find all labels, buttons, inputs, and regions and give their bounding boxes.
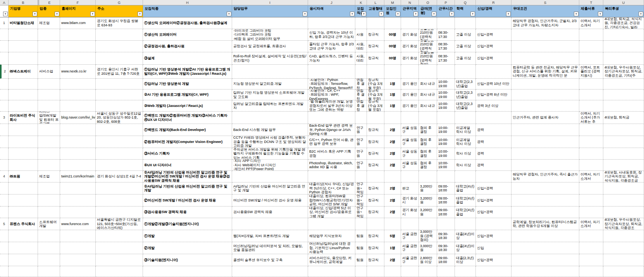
cell-G-row18[interactable]: 서울특별시 금천구 디지털로 121, 503호~504호(가산동, 에이스가산… xyxy=(96,218,143,230)
cell-Q-row8[interactable]: 대학교(2,3년)졸업 xyxy=(455,100,476,112)
cell-P-row11[interactable]: 10:00-19:00 xyxy=(437,136,455,148)
cell-B-row2[interactable] xyxy=(9,29,38,41)
cell-P-row10[interactable]: 10:00-19:00 xyxy=(437,124,455,136)
cell-A-row8[interactable] xyxy=(0,100,9,112)
cell-M-row3[interactable]: 00명 xyxy=(384,41,401,52)
cell-F-row8[interactable] xyxy=(60,100,96,112)
cell-I-row1[interactable] xyxy=(232,17,308,29)
cell-A-row18[interactable]: 5 xyxy=(0,218,9,230)
cell-N-row15[interactable]: 판교 xyxy=(401,182,419,194)
cell-P-row4[interactable]: 08:30-17:30 xyxy=(437,52,455,65)
cell-N-row20[interactable]: 서울 금천구 xyxy=(401,242,419,254)
filter-dropdown-icon[interactable]: ▼ xyxy=(350,12,355,16)
cell-I-row3[interactable]: 공정검사 및 공정패트롤, 최종검사 xyxy=(232,41,308,52)
cell-R-row9[interactable] xyxy=(476,112,511,124)
cell-K-row9[interactable] xyxy=(355,112,367,124)
cell-I-row9[interactable] xyxy=(232,112,308,124)
filter-dropdown-icon[interactable]: ▼ xyxy=(3,12,8,16)
cell-P-row8[interactable]: 10:00-19:00 xyxy=(437,100,455,112)
cell-L-row20[interactable]: 정규직 xyxy=(367,242,384,254)
cell-A-row20[interactable] xyxy=(0,242,9,254)
column-letter-E[interactable]: E xyxy=(38,0,60,5)
cell-Q-row3[interactable]: 고졸 이상 xyxy=(455,41,476,52)
cell-L-row12[interactable]: 정규직 xyxy=(367,148,384,160)
cell-F-row5[interactable]: www.nextk.co.kr xyxy=(60,65,96,79)
column-header-F[interactable]: 홈페이지▼ xyxy=(60,5,96,17)
cell-E-row7[interactable] xyxy=(38,89,60,100)
cell-O-row2[interactable]: 고졸초봉 210만원 (경력직 협의) xyxy=(419,29,437,41)
cell-G-row9[interactable]: 서울시 성동구 성수일로12길 20, 성동안심상가 802-1호, 802-2… xyxy=(96,112,143,124)
column-letter-G[interactable]: G xyxy=(96,0,143,5)
cell-E-row22[interactable] xyxy=(38,266,60,277)
cell-G-row22[interactable] xyxy=(96,266,143,277)
cell-Q-row2[interactable]: 고졸 이상 xyxy=(455,29,476,41)
cell-N-row19[interactable]: 서울 금천구 xyxy=(401,230,419,242)
cell-E-row6[interactable] xyxy=(38,79,60,89)
cell-S-row1[interactable]: 해당직무 경험자, 인근거주자, 군필자, 2/3교대 근무 가능자, 차량소지… xyxy=(511,17,579,29)
cell-J-row15[interactable]: 대졸이상(석사 우대), 신입/경력 3년이상, C++, C# 또는 Pyth… xyxy=(308,182,355,194)
cell-M-row21[interactable]: 2명 xyxy=(384,254,401,266)
cell-U-row8[interactable] xyxy=(603,100,644,112)
filter-dropdown-icon[interactable]: ▼ xyxy=(138,12,142,16)
cell-I-row2[interactable]: ·마이크로 그라비아 코팅 ·다이렉트 그라비아 코팅 ·배합 등 설비 오퍼레… xyxy=(232,29,308,41)
cell-R-row3[interactable]: 신입+경력 xyxy=(476,41,511,52)
cell-Q-row14[interactable] xyxy=(455,171,476,182)
cell-O-row16[interactable]: 3,200만원 xyxy=(419,194,437,206)
cell-H-row6[interactable]: ①딥러닝 기반 영상분석 개발 xyxy=(143,79,232,89)
cell-G-row14[interactable]: 경기 화성시 삼성1로 4길 7-4 xyxy=(96,171,143,182)
cell-M-row1[interactable] xyxy=(384,17,401,29)
cell-F-row13[interactable] xyxy=(60,160,96,171)
cell-T-row15[interactable] xyxy=(579,182,603,194)
cell-E-row5[interactable]: 서비스업 xyxy=(38,65,60,79)
cell-U-row13[interactable] xyxy=(603,160,644,171)
cell-E-row4[interactable] xyxy=(38,52,60,65)
cell-E-row1[interactable]: 제조업 xyxy=(38,17,60,29)
cell-A-row2[interactable] xyxy=(0,29,9,41)
cell-I-row5[interactable] xyxy=(232,65,308,79)
cell-G-row10[interactable] xyxy=(96,124,143,136)
cell-M-row4[interactable]: 00명 xyxy=(384,52,401,65)
cell-A-row4[interactable] xyxy=(0,52,9,65)
cell-F-row12[interactable] xyxy=(60,148,96,160)
column-header-K[interactable]: 모집직급▼ xyxy=(355,5,367,17)
cell-F-row22[interactable] xyxy=(60,266,96,277)
cell-H-row10[interactable]: ①백엔드 개발자(Back-End Developer) xyxy=(143,124,232,136)
cell-J-row4[interactable]: CAD, 솔리드웍스, 인벤터 등 가능자 xyxy=(308,52,355,65)
column-header-U[interactable]: 복리후생▼ xyxy=(603,5,644,17)
cell-H-row17[interactable]: ③검사용용SW 경력직 채용 xyxy=(143,206,232,218)
cell-J-row18[interactable] xyxy=(308,218,355,230)
column-header-L[interactable]: 고용형태▼ xyxy=(367,5,384,17)
cell-L-row3[interactable]: 정규직 xyxy=(367,41,384,52)
cell-I-row6[interactable]: 지능형 영상분석 알고리즘 개발 xyxy=(232,79,308,89)
cell-N-row5[interactable] xyxy=(401,65,419,79)
column-letter-K[interactable]: K xyxy=(355,0,367,5)
column-letter-I[interactable]: I xyxy=(232,0,308,5)
cell-R-row13[interactable]: 경력 xyxy=(476,160,511,171)
cell-S-row14[interactable]: 해당직무 경험자, 인근거주자, 즉시 출근가능자 xyxy=(511,171,579,182)
cell-U-row16[interactable] xyxy=(603,194,644,206)
cell-P-row12[interactable]: 10:00-19:00 xyxy=(437,148,455,160)
cell-G-row11[interactable] xyxy=(96,136,143,148)
cell-N-row8[interactable]: 경기 용인 xyxy=(401,100,419,112)
cell-Q-row10[interactable]: 이공계열 학사 이상 xyxy=(455,124,476,136)
cell-T-row3[interactable] xyxy=(579,41,603,52)
cell-L-row6[interactable]: 정규직 (수습 3개월 포함) xyxy=(367,79,384,89)
cell-R-row7[interactable]: 신입+경력 8년 미만 xyxy=(476,89,511,100)
filter-dropdown-icon[interactable]: ▼ xyxy=(432,12,436,16)
cell-M-row6[interactable]: 1명 xyxy=(384,79,401,89)
cell-S-row19[interactable] xyxy=(511,230,579,242)
column-letter-F[interactable]: F xyxy=(60,0,96,5)
cell-A-row3[interactable] xyxy=(0,41,9,52)
cell-T-row7[interactable] xyxy=(579,89,603,100)
cell-J-row5[interactable] xyxy=(308,65,355,79)
cell-J-row3[interactable]: 풀타임 근무 가능자, 향후 2/3교대 근무 가능자 xyxy=(308,41,355,52)
cell-N-row21[interactable]: 서울 금천구 xyxy=(401,254,419,266)
cell-P-row20[interactable]: 09:30-18:30 xyxy=(437,242,455,254)
cell-E-row3[interactable] xyxy=(38,41,60,52)
cell-H-row18[interactable]: ①개발②개발③기술지원(엔지니어) xyxy=(143,218,232,230)
cell-S-row21[interactable] xyxy=(511,254,579,266)
cell-K-row10[interactable]: 연구원 xyxy=(355,124,367,136)
cell-H-row20[interactable]: ②개발 xyxy=(143,242,232,254)
cell-U-row21[interactable] xyxy=(603,254,644,266)
cell-N-row7[interactable]: 경기 용인 xyxy=(401,89,419,100)
